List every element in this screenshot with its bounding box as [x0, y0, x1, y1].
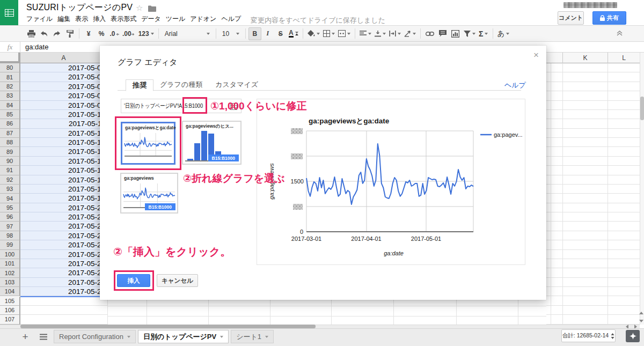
cell-a99[interactable]: 2017-05-24: [20, 240, 107, 249]
insert-chart-icon[interactable]: [449, 27, 462, 40]
comments-button[interactable]: コメント: [558, 11, 584, 25]
row-header-104[interactable]: 104: [0, 287, 20, 296]
row-header-87[interactable]: 87: [0, 129, 20, 138]
menu-アドオン[interactable]: アドオン: [190, 14, 216, 25]
collapse-toolbar-icon[interactable]: [617, 28, 623, 38]
sheet-tab-menu-icon[interactable]: [265, 336, 268, 338]
italic-button[interactable]: I: [261, 27, 274, 40]
text-wrap-button[interactable]: [387, 27, 402, 40]
row-header-98[interactable]: 98: [0, 231, 20, 240]
row-header-82[interactable]: 82: [0, 82, 20, 91]
sheet-tab-Report Configuration[interactable]: Report Configuration: [54, 330, 136, 343]
print-icon[interactable]: [25, 27, 38, 40]
row-header-103[interactable]: 103: [0, 278, 20, 287]
row-header-85[interactable]: 85: [0, 110, 20, 119]
row-header-102[interactable]: 102: [0, 268, 20, 277]
text-color-button[interactable]: A: [287, 27, 300, 40]
sheet-tab-menu-icon[interactable]: [220, 336, 223, 338]
bold-button[interactable]: B: [248, 27, 261, 40]
cell-a92[interactable]: 2017-05-17: [20, 175, 107, 185]
row-header-83[interactable]: 83: [0, 91, 20, 100]
column-header-l[interactable]: L: [608, 53, 640, 63]
dialog-tab-推奨[interactable]: 推奨: [126, 79, 153, 91]
sum-indicator[interactable]: 合計: 12685-02-14: [561, 329, 616, 342]
row-header-84[interactable]: 84: [0, 101, 20, 110]
cell-a103[interactable]: 2017-05-28: [20, 278, 107, 287]
cell-a104[interactable]: 2017-05-29: [20, 287, 107, 296]
vertical-scrollbar[interactable]: [640, 53, 644, 325]
horizontal-align-button[interactable]: [358, 27, 373, 40]
row-header-101[interactable]: 101: [0, 259, 20, 268]
borders-button[interactable]: [321, 27, 336, 40]
chart-suggestion-histogram[interactable]: ga:pageviewsのヒス... B15:B1000: [182, 121, 241, 165]
row-header-96[interactable]: 96: [0, 212, 20, 222]
menu-編集[interactable]: 編集: [57, 14, 70, 25]
filter-icon[interactable]: [462, 27, 477, 40]
grid-right-of-dialog[interactable]: [546, 63, 640, 325]
cell-a87[interactable]: 2017-05-12: [20, 129, 107, 138]
sheets-logo-icon[interactable]: [0, 0, 18, 25]
cell-a96[interactable]: 2017-05-21: [20, 212, 107, 222]
redo-icon[interactable]: [50, 27, 63, 40]
vertical-scrollbar-arrows[interactable]: [639, 309, 644, 325]
vertical-align-button[interactable]: [373, 27, 387, 40]
cell-a95[interactable]: 2017-05-20: [20, 203, 107, 212]
cell-a84[interactable]: 2017-05-09: [20, 101, 107, 110]
row-header-100[interactable]: 100: [0, 250, 20, 259]
folder-icon[interactable]: [148, 4, 156, 14]
format-currency-button[interactable]: ¥: [82, 27, 95, 40]
horizontal-scrollbar-thumb[interactable]: [20, 325, 316, 328]
cell-a80[interactable]: 2017-05-05: [20, 63, 107, 72]
row-header-91[interactable]: 91: [0, 166, 20, 175]
insert-link-icon[interactable]: [423, 27, 436, 40]
cell-a100[interactable]: 2017-05-25: [20, 250, 107, 259]
chart-preview[interactable]: ga:pageviewsとga:datega:pagev...015002017…: [257, 99, 525, 265]
all-sheets-button[interactable]: [35, 330, 52, 343]
cell-a101[interactable]: 2017-05-26: [20, 259, 107, 268]
explore-button[interactable]: [626, 330, 640, 342]
vertical-scrollbar-thumb[interactable]: [640, 97, 644, 120]
row-header-97[interactable]: 97: [0, 222, 20, 231]
menu-表示形式[interactable]: 表示形式: [111, 14, 136, 25]
cell-a93[interactable]: 2017-05-18: [20, 185, 107, 194]
cell-a106[interactable]: [20, 306, 107, 315]
star-icon[interactable]: ☆: [136, 3, 143, 13]
grid-below-dialog[interactable]: [107, 296, 546, 325]
font-size-select[interactable]: 10: [219, 27, 243, 40]
row-header-106[interactable]: 106: [0, 306, 20, 315]
row-header-92[interactable]: 92: [0, 175, 20, 185]
menu-ファイル[interactable]: ファイル: [26, 14, 53, 25]
more-formats-button[interactable]: 123: [137, 27, 156, 40]
menu-データ[interactable]: データ: [141, 14, 161, 25]
sheet-tab-menu-icon[interactable]: [127, 336, 130, 338]
menu-挿入[interactable]: 挿入: [93, 14, 106, 25]
cell-a91[interactable]: 2017-05-16: [20, 166, 107, 175]
cell-a82[interactable]: 2017-05-07: [20, 82, 107, 91]
text-rotation-button[interactable]: [402, 27, 418, 40]
row-header-81[interactable]: 81: [0, 72, 20, 82]
menu-ヘルプ[interactable]: ヘルプ: [221, 14, 241, 25]
row-header-89[interactable]: 89: [0, 147, 20, 156]
select-all-corner[interactable]: [0, 53, 20, 63]
document-title[interactable]: SUZURIトップページのPV: [26, 2, 133, 13]
account-email-blurred[interactable]: [564, 2, 617, 8]
paint-format-icon[interactable]: [63, 27, 76, 40]
formula-bar-value[interactable]: ga:date: [25, 43, 48, 51]
format-percent-button[interactable]: %: [95, 27, 108, 40]
share-button[interactable]: 共有: [592, 11, 626, 25]
increase-decimals-button[interactable]: .00: [121, 27, 137, 40]
add-sheet-button[interactable]: +: [17, 330, 33, 343]
cell-a102[interactable]: 2017-05-27: [20, 268, 107, 277]
functions-button[interactable]: Σ: [477, 27, 490, 40]
cell-a81[interactable]: 2017-05-06: [20, 72, 107, 82]
column-header-a[interactable]: A: [20, 53, 107, 63]
sheet-tab-シート1[interactable]: シート1: [231, 330, 274, 343]
row-header-105[interactable]: 105: [0, 297, 20, 306]
help-link[interactable]: ヘルプ: [504, 80, 526, 90]
row-header-93[interactable]: 93: [0, 185, 20, 194]
cell-a107[interactable]: [20, 315, 107, 324]
fill-color-button[interactable]: [306, 27, 321, 40]
input-method-button[interactable]: あ: [496, 27, 511, 40]
cell-a97[interactable]: 2017-05-22: [20, 222, 107, 231]
font-family-select[interactable]: Arial: [162, 27, 213, 40]
